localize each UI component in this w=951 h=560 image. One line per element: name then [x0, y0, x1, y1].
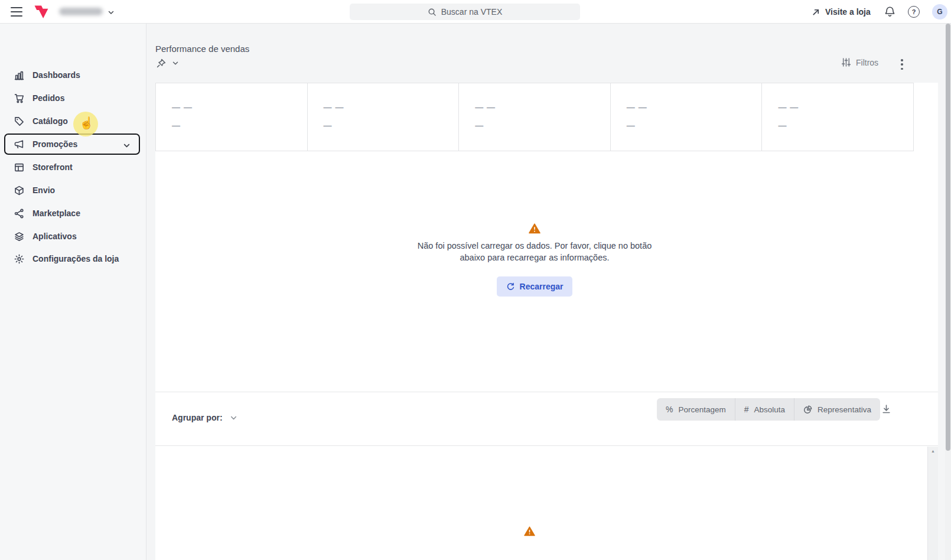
sidebar-item-configuracoes[interactable]: Configurações da loja	[0, 248, 146, 269]
pin-controls[interactable]	[157, 58, 179, 68]
megaphone-icon	[14, 139, 24, 149]
warning-triangle-icon	[529, 223, 540, 234]
chart-area: ▲	[155, 446, 938, 560]
visit-store-link[interactable]: Visite a loja	[812, 0, 871, 24]
user-avatar[interactable]: G	[932, 4, 947, 19]
sidebar-item-catalogo[interactable]: Catálogo	[0, 110, 146, 132]
sidebar-item-aplicativos[interactable]: Aplicativos	[0, 226, 146, 247]
stat-card: — — —	[610, 83, 762, 151]
refresh-icon	[506, 282, 515, 291]
cart-icon	[14, 93, 24, 103]
error-state: Não foi possível carregar os dados. Por …	[155, 151, 914, 392]
sliders-icon	[841, 57, 851, 67]
pie-chart-icon	[803, 405, 812, 414]
chevron-down-icon	[123, 142, 131, 149]
page-scrollbar[interactable]	[945, 24, 951, 560]
reload-button[interactable]: Recarregar	[497, 276, 573, 297]
share-nodes-icon	[14, 209, 24, 219]
group-by-chevron-down-icon	[230, 414, 237, 422]
stat-card: — — —	[458, 83, 610, 151]
sidebar-item-promocoes[interactable]: Promoções	[4, 134, 140, 155]
group-by-label: Agrupar por:	[172, 413, 223, 422]
sidebar-item-storefront[interactable]: Storefront	[0, 157, 146, 178]
search-icon	[428, 8, 437, 17]
view-mode-segmented-control: % Porcentagem # Absoluta Representativa	[657, 398, 880, 421]
storefront-icon	[14, 162, 24, 172]
package-icon	[14, 185, 24, 196]
view-absoluta-button[interactable]: # Absoluta	[735, 398, 794, 421]
store-name-blurred[interactable]	[59, 8, 103, 15]
tag-icon	[14, 116, 24, 126]
chart-toolbar: Agrupar por: % Porcentagem # Absoluta Re…	[155, 392, 938, 446]
scroll-up-arrow-icon[interactable]: ▲	[928, 449, 938, 453]
sidebar: Dashboards Pedidos Catálogo Promoções St…	[0, 24, 146, 560]
group-by-dropdown[interactable]: Agrupar por:	[172, 413, 237, 422]
vtex-logo-icon	[34, 5, 49, 19]
percent-icon: %	[666, 405, 673, 414]
filters-button[interactable]: Filtros	[841, 57, 878, 67]
error-message: Não foi possível carregar os dados. Por …	[418, 240, 652, 263]
gear-icon	[14, 254, 24, 264]
reload-label: Recarregar	[520, 282, 564, 291]
download-icon[interactable]	[881, 404, 891, 414]
stat-card: — — —	[156, 83, 307, 151]
layers-icon	[14, 232, 24, 242]
view-porcentagem-button[interactable]: % Porcentagem	[657, 398, 735, 421]
stat-card: — — —	[307, 83, 459, 151]
pin-chevron-down-icon	[172, 60, 179, 67]
sidebar-item-marketplace[interactable]: Marketplace	[0, 203, 146, 224]
bar-chart-icon	[14, 70, 24, 80]
search-placeholder: Buscar na VTEX	[441, 7, 503, 17]
sidebar-item-envio[interactable]: Envio	[0, 180, 146, 201]
topbar: Buscar na VTEX Visite a loja ? G	[0, 0, 951, 24]
page-title: Performance de vendas	[155, 44, 249, 54]
account-chevron-down-icon[interactable]	[108, 9, 115, 16]
dashboard-panel: — — — — — — — — — — — — — — — Não foi po…	[155, 83, 938, 560]
page-scrollbar-thumb[interactable]	[946, 24, 950, 451]
hamburger-menu-icon[interactable]	[11, 7, 22, 17]
pin-icon	[157, 58, 166, 68]
notifications-bell-icon[interactable]	[884, 6, 895, 18]
hash-icon: #	[744, 405, 749, 414]
stat-cards-row: — — — — — — — — — — — — — — —	[155, 83, 914, 151]
external-arrow-icon	[812, 8, 820, 17]
filters-label: Filtros	[856, 58, 878, 67]
inner-scrollbar[interactable]: ▲	[927, 447, 938, 560]
stat-card: — — —	[761, 83, 913, 151]
sidebar-item-pedidos[interactable]: Pedidos	[0, 87, 146, 109]
view-representativa-button[interactable]: Representativa	[794, 398, 880, 421]
sidebar-item-dashboards[interactable]: Dashboards	[0, 64, 146, 86]
visit-store-label: Visite a loja	[825, 7, 871, 17]
global-search-input[interactable]: Buscar na VTEX	[350, 4, 580, 20]
warning-triangle-icon	[524, 526, 535, 536]
kebab-menu-icon[interactable]	[898, 58, 906, 70]
help-icon[interactable]: ?	[908, 6, 920, 18]
